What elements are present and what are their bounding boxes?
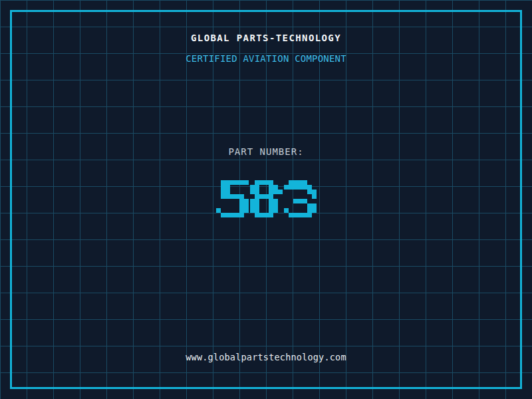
part-number-value	[0, 180, 532, 217]
part-digit-3	[284, 180, 317, 217]
part-number-label: PART NUMBER:	[0, 146, 532, 157]
certification-subtitle: CERTIFIED AVIATION COMPONENT	[0, 53, 532, 64]
part-digit-8	[250, 180, 283, 217]
certificate-screen: GLOBAL PARTS-TECHNOLOGY CERTIFIED AVIATI…	[0, 0, 532, 399]
part-digit-5	[216, 180, 249, 217]
company-title: GLOBAL PARTS-TECHNOLOGY	[0, 33, 532, 43]
website-url: www.globalpartstechnology.com	[0, 352, 532, 362]
